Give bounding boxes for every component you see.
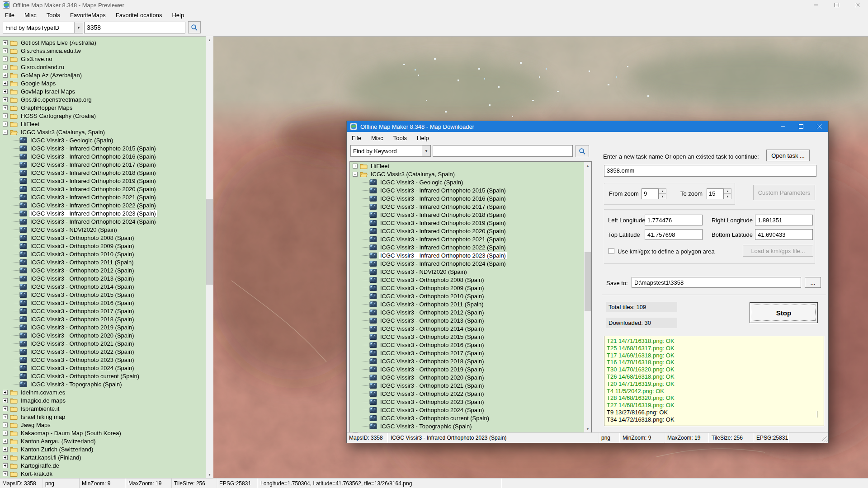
tree-item[interactable]: ICGC Vissir3 - Orthophoto 2024 (Spain) <box>350 406 585 414</box>
tree-item[interactable]: ICGC Vissir3 - Infrared Orthophoto 2023 … <box>0 209 206 217</box>
expand-icon[interactable] <box>3 447 8 452</box>
expand-icon[interactable] <box>3 81 8 86</box>
tree-item[interactable]: ICGC Vissir3 - Orthophoto 2011 (Spain) <box>350 300 585 308</box>
tree-item[interactable]: ICGC Vissir3 - Orthophoto 2024 (Spain) <box>0 364 206 372</box>
scroll-up-icon[interactable]: ▲ <box>206 36 213 43</box>
tree-item[interactable]: ICGC Vissir3 - Orthophoto 2012 (Spain) <box>350 308 585 316</box>
tree-item[interactable]: ICGC Vissir3 - Orthophoto 2023 (Spain) <box>0 356 206 364</box>
dialog-map-sources-tree[interactable]: HiFleetICGC Vissir3 (Catalunya, Spain)IC… <box>349 161 592 433</box>
menu-misc[interactable]: Misc <box>19 12 42 19</box>
save-path-input[interactable]: D:\mapstest1\3358 <box>632 277 801 288</box>
tree-item[interactable]: ICGC Vissir3 - Orthophoto 2016 (Spain) <box>350 341 585 349</box>
expand-icon[interactable] <box>3 73 8 78</box>
tree-item[interactable]: ICGC Vissir3 - Orthophoto 2022 (Spain) <box>0 347 206 356</box>
expand-icon[interactable] <box>3 439 8 444</box>
tree-item[interactable]: Kanton Aargau (Switzerland) <box>0 437 206 445</box>
tree-item[interactable]: ICGC Vissir3 - Orthophoto 2019 (Spain) <box>350 365 585 373</box>
tree-item[interactable]: Gis3.nve.no <box>0 55 206 63</box>
spin-down-icon[interactable]: ▼ <box>659 194 666 199</box>
tree-item[interactable]: Kanton Zurich (Switzerland) <box>0 445 206 453</box>
tree-item[interactable]: ICGC Vissir3 - Orthophoto 2010 (Spain) <box>0 250 206 258</box>
tree-item[interactable]: ICGC Vissir3 - Orthophoto 2020 (Spain) <box>350 373 585 381</box>
tree-item[interactable]: ICGC Vissir3 - Infrared Orthophoto 2019 … <box>350 219 585 227</box>
tree-item[interactable]: Gps.tile.openstreetmap.org <box>0 95 206 103</box>
maximize-button[interactable] <box>826 0 847 10</box>
load-kml-button[interactable]: Load a kml/gpx file... <box>743 245 813 257</box>
expand-icon[interactable] <box>3 422 8 427</box>
tree-item[interactable]: ICGC Vissir3 - Infrared Orthophoto 2017 … <box>0 160 206 169</box>
scrollbar-thumb[interactable] <box>585 252 591 311</box>
dialog-close-button[interactable] <box>810 121 828 132</box>
menu-favoritemaps[interactable]: FavoriteMaps <box>65 12 111 19</box>
tree-item[interactable]: ICGC Vissir3 - Orthophoto 2008 (Spain) <box>0 234 206 242</box>
expand-icon[interactable] <box>3 89 8 94</box>
tree-item[interactable]: ICGC Vissir3 - Orthophoto 2011 (Spain) <box>0 258 206 266</box>
scroll-down-icon[interactable]: ▼ <box>206 471 213 478</box>
collapse-icon[interactable] <box>353 172 358 177</box>
tree-item[interactable]: HGSS Cartography (Croatia) <box>0 112 206 120</box>
menu-tools[interactable]: Tools <box>42 12 65 19</box>
tree-item[interactable]: Ideihm.covam.es <box>0 388 206 396</box>
task-name-input[interactable]: 3358.omm <box>604 165 816 177</box>
tree-item[interactable]: ICGC Vissir3 - Orthophoto 2015 (Spain) <box>0 291 206 299</box>
tree-item[interactable]: Google Maps <box>0 79 206 87</box>
expand-icon[interactable] <box>3 471 8 476</box>
tree-item[interactable]: ICGC Vissir3 - Orthophoto 2018 (Spain) <box>0 315 206 323</box>
from-zoom-value[interactable]: 9 <box>642 188 659 199</box>
tree-item[interactable]: Gis.rchss.sinica.edu.tw <box>0 47 206 55</box>
tree-item[interactable]: ICGC Vissir3 - Infrared Orthophoto 2021 … <box>350 235 585 243</box>
menu-file[interactable]: File <box>0 12 19 19</box>
stop-button[interactable]: Stop <box>750 302 818 323</box>
tree-item[interactable]: ICGC Vissir3 - Infrared Orthophoto 2020 … <box>0 185 206 193</box>
dialog-maximize-button[interactable] <box>792 121 810 132</box>
tree-item[interactable]: ICGC Vissir3 - Orthophoto 2017 (Spain) <box>0 307 206 315</box>
custom-parameters-button[interactable]: Custom Parameters <box>753 185 815 200</box>
expand-icon[interactable] <box>3 65 8 70</box>
menu-favoritelocations[interactable]: FavoriteLocations <box>111 12 167 19</box>
to-zoom-value[interactable]: 15 <box>707 188 724 199</box>
tree-item[interactable]: ICGC Vissir3 - Infrared Orthophoto 2022 … <box>350 243 585 251</box>
scroll-down-icon[interactable]: ▼ <box>584 425 591 432</box>
search-input[interactable]: 3358 <box>84 22 185 33</box>
tree-item[interactable]: GoMap.Az (Azerbaijan) <box>0 71 206 79</box>
tree-item[interactable]: ICGC Vissir3 - Infrared Orthophoto 2024 … <box>0 217 206 225</box>
bottom-latitude-input[interactable]: 41.690433 <box>755 229 813 240</box>
collapse-icon[interactable] <box>3 130 8 135</box>
browse-button[interactable]: ... <box>805 277 821 288</box>
tree-item[interactable]: ICGC Vissir3 - Infrared Orthophoto 2018 … <box>0 169 206 177</box>
tree-item[interactable]: HiFleet <box>350 162 585 170</box>
open-task-button[interactable]: Open task ... <box>766 150 810 161</box>
tree-item[interactable]: Jawg Maps <box>0 421 206 429</box>
tree-item[interactable]: GraphHopper Maps <box>0 103 206 112</box>
dialog-menu-misc[interactable]: Misc <box>366 135 388 141</box>
tree-item[interactable]: ICGC Vissir3 - Orthophoto 2019 (Spain) <box>0 323 206 331</box>
expand-icon[interactable] <box>3 40 8 45</box>
expand-icon[interactable] <box>3 105 8 110</box>
tree-item[interactable]: ICGC Vissir3 - Orthophoto 2013 (Spain) <box>0 274 206 282</box>
tree-item[interactable]: ICGC Vissir3 - Topographic (Spain) <box>350 422 585 430</box>
tree-item[interactable]: ICGC Vissir3 - Orthophoto current (Spain… <box>0 372 206 380</box>
tree-item[interactable]: ICGC Vissir3 - Orthophoto 2014 (Spain) <box>0 282 206 291</box>
expand-icon[interactable] <box>3 431 8 436</box>
tree-item[interactable]: Kartat.kapsi.fi (Finland) <box>0 453 206 461</box>
map-sources-tree[interactable]: Getlost Maps Live (Australia)Gis.rchss.s… <box>0 36 206 478</box>
tree-item[interactable]: ICGC Vissir3 - Infrared Orthophoto 2022 … <box>0 201 206 209</box>
tree-item[interactable]: Imagico.de maps <box>0 396 206 404</box>
scrollbar-thumb[interactable] <box>206 199 213 285</box>
resize-grip-icon[interactable] <box>822 436 828 442</box>
tree-item[interactable]: ICGC Vissir3 - Orthophoto 2016 (Spain) <box>0 299 206 307</box>
expand-icon[interactable] <box>3 414 8 419</box>
expand-icon[interactable] <box>3 406 8 411</box>
tree-item[interactable]: Getlost Maps Live (Australia) <box>0 38 206 47</box>
tree-item[interactable]: ICGC Vissir3 - Infrared Orthophoto 2015 … <box>350 186 585 194</box>
tree-item[interactable]: Kort-krak.dk <box>0 469 206 478</box>
expand-icon[interactable] <box>3 48 8 53</box>
tree-item[interactable]: ICGC Vissir3 - Infrared Orthophoto 2016 … <box>0 152 206 160</box>
expand-icon[interactable] <box>3 113 8 118</box>
tree-item[interactable]: ICGC Vissir3 - Orthophoto 2022 (Spain) <box>350 389 585 398</box>
expand-icon[interactable] <box>3 455 8 460</box>
tree-scrollbar[interactable]: ▲ ▼ <box>206 36 213 478</box>
tree-item[interactable]: ICGC Vissir3 - Geologic (Spain) <box>350 178 585 186</box>
to-zoom-spinner[interactable]: 15 ▲▼ <box>707 188 731 199</box>
expand-icon[interactable] <box>353 164 358 169</box>
